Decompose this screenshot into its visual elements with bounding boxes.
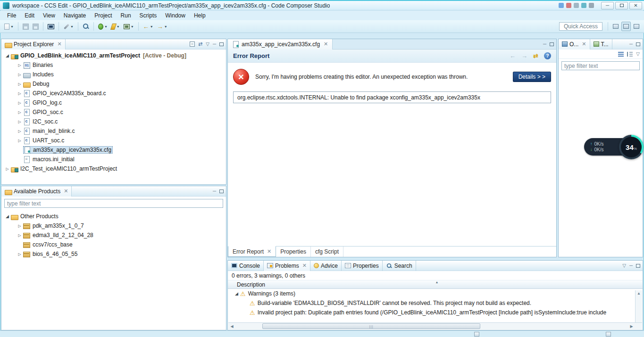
usage-ring[interactable]: 34% <box>619 135 644 159</box>
expand-icon[interactable]: ◢ <box>4 53 11 58</box>
close-icon[interactable]: ✕ <box>582 41 586 47</box>
back-icon[interactable]: ← <box>510 52 516 59</box>
close-icon[interactable]: ✕ <box>57 41 61 47</box>
collapse-all-icon[interactable]: − <box>190 41 195 47</box>
expand-icon[interactable]: ▷ <box>16 101 23 105</box>
tab-properties-view[interactable]: Properties <box>342 261 383 271</box>
maximize-view-icon[interactable] <box>219 189 224 193</box>
expand-icon[interactable]: ▷ <box>4 167 11 171</box>
expand-icon[interactable]: ▷ <box>16 129 23 133</box>
view-menu-icon[interactable]: ▽ <box>636 51 640 57</box>
expand-icon[interactable]: ◢ <box>233 291 240 296</box>
new-dropdown-icon[interactable]: ▼ <box>3 21 15 32</box>
tree-row-c-file[interactable]: ▷ GPIO_icev2AM335x_board.c <box>1 89 226 98</box>
tree-row-cfg-selected[interactable]: am335x_app_icev2am335x.cfg <box>1 145 226 155</box>
help-icon[interactable]: ? <box>544 52 551 59</box>
tree-row-binaries[interactable]: ▷ Binaries <box>1 60 226 70</box>
tree-row-includes[interactable]: ▷ Includes <box>1 70 226 79</box>
tree-row-product[interactable]: ccsv7/ccs_base <box>1 240 226 249</box>
expand-icon[interactable]: ▷ <box>16 252 23 256</box>
expand-icon[interactable]: ▷ <box>16 139 23 143</box>
menu-edit[interactable]: Edit <box>20 11 39 20</box>
tab-properties[interactable]: Properties <box>276 247 311 257</box>
scroll-right-icon[interactable]: ▶ <box>628 323 635 329</box>
menu-navigate[interactable]: Navigate <box>59 11 90 20</box>
debug-icon[interactable]: ▼ <box>97 21 109 32</box>
save-icon[interactable] <box>21 21 30 32</box>
expand-icon[interactable]: ▷ <box>16 82 23 86</box>
tree-row-second-project[interactable]: ▷ I2C_Test_iceAMIC110_armTestProject <box>1 164 226 173</box>
console-icon[interactable] <box>46 21 56 32</box>
tree-row-product[interactable]: ▷ bios_6_46_05_55 <box>1 249 226 259</box>
tab-problems[interactable]: Problems ✕ <box>264 261 310 271</box>
view-menu-icon[interactable]: ▽ <box>206 41 209 47</box>
maximize-button[interactable] <box>615 2 628 9</box>
tree-row-project-root[interactable]: ◢ GPIO_LedBlink_iceAMIC110_armTestProjec… <box>1 51 226 60</box>
tab-cfg-script[interactable]: cfg Script <box>311 247 343 257</box>
tree-row-c-file[interactable]: ▷ main_led_blink.c <box>1 126 226 136</box>
save-all-icon[interactable] <box>31 21 40 32</box>
ccs-debug-perspective-icon[interactable] <box>632 22 641 31</box>
tab-console[interactable]: Console <box>228 261 264 271</box>
close-icon[interactable]: ✕ <box>64 188 68 194</box>
warnings-group-row[interactable]: ◢ ⚠ Warnings (3 items) <box>228 289 643 298</box>
quick-access[interactable]: Quick Access <box>559 22 602 31</box>
search-icon[interactable] <box>81 21 91 32</box>
tree-row-debug[interactable]: ▷ Debug <box>1 79 226 89</box>
menu-project[interactable]: Project <box>90 11 116 20</box>
tree-row-product[interactable]: ▷ pdk_am335x_1_0_7 <box>1 221 226 230</box>
refresh-icon[interactable]: ⇄ <box>533 52 538 59</box>
minimize-view-icon[interactable]: ─ <box>213 41 216 47</box>
expand-icon[interactable]: ▷ <box>16 73 23 77</box>
minimize-button[interactable]: ─ <box>601 2 614 9</box>
menu-run[interactable]: Run <box>117 11 135 20</box>
minimize-view-icon[interactable]: ─ <box>213 189 216 194</box>
menu-help[interactable]: Help <box>190 11 210 20</box>
forward-nav-icon[interactable]: →▼ <box>156 21 169 32</box>
close-icon[interactable]: ✕ <box>302 263 307 269</box>
link-with-editor-icon[interactable]: ⇄ <box>198 41 202 47</box>
tree-row-c-file[interactable]: ▷ GPIO_soc.c <box>1 107 226 117</box>
selected-item[interactable]: am335x_app_icev2am335x.cfg <box>23 146 113 154</box>
expand-icon[interactable]: ◢ <box>4 214 11 219</box>
tab-advice[interactable]: Advice <box>310 261 342 271</box>
expand-icon[interactable]: ▷ <box>16 110 23 115</box>
tab-available-products[interactable]: Available Products ✕ <box>1 186 72 197</box>
ime-indicators[interactable] <box>559 3 594 8</box>
menu-view[interactable]: View <box>39 11 59 20</box>
expand-icon[interactable]: ▷ <box>16 120 23 124</box>
minimize-view-icon[interactable]: ─ <box>543 41 546 47</box>
expand-icon[interactable]: ▷ <box>16 233 23 238</box>
forward-icon[interactable]: → <box>521 52 527 59</box>
back-nav-icon[interactable]: ←▼ <box>142 21 155 32</box>
products-filter-input[interactable] <box>4 199 223 208</box>
ime-settings-icon[interactable] <box>589 3 594 8</box>
maximize-view-icon[interactable] <box>636 42 640 46</box>
menu-scripts[interactable]: Scripts <box>135 11 161 20</box>
tree-row-other-products[interactable]: ◢ Other Products <box>1 212 226 221</box>
description-column-header[interactable]: Description ▲ <box>228 280 643 289</box>
tree-row-product[interactable]: ▷ edma3_lld_2_12_04_28 <box>1 230 226 240</box>
details-button[interactable]: Details > > <box>513 72 551 82</box>
ime-mode-icon[interactable] <box>566 3 571 8</box>
ime-tool-icon[interactable] <box>581 3 586 8</box>
menu-file[interactable]: File <box>3 11 20 20</box>
scroll-left-icon[interactable]: ◀ <box>228 323 235 329</box>
menu-window[interactable]: Window <box>161 11 190 20</box>
horizontal-scrollbar[interactable]: ◀ ||| ▶ <box>228 322 642 329</box>
sort-list-icon[interactable] <box>618 52 624 57</box>
expand-icon[interactable]: ▷ <box>16 63 23 67</box>
tab-search[interactable]: Search <box>383 261 416 271</box>
tree-row-c-file[interactable]: ▷ UART_soc.c <box>1 136 226 145</box>
ccs-edit-perspective-icon[interactable] <box>621 22 631 31</box>
editor-tab-cfg[interactable]: am335x_app_icev2am335x.cfg ✕ <box>228 39 333 49</box>
warning-row[interactable]: ⚠ Build-variable 'EDMA3LLD_BIOS6_INSTALL… <box>228 298 643 308</box>
expand-icon[interactable]: ▷ <box>16 224 23 228</box>
minimize-view-icon[interactable]: ─ <box>629 263 633 268</box>
flash-icon[interactable]: ▼ <box>110 21 121 32</box>
scrollbar-thumb[interactable]: ||| <box>262 323 480 329</box>
minimize-view-icon[interactable]: ─ <box>629 41 633 47</box>
status-edit-icon[interactable] <box>474 332 479 337</box>
tree-row-c-file[interactable]: ▷ I2C_soc.c <box>1 117 226 126</box>
tab-error-report[interactable]: Error Report ✕ <box>228 246 276 257</box>
